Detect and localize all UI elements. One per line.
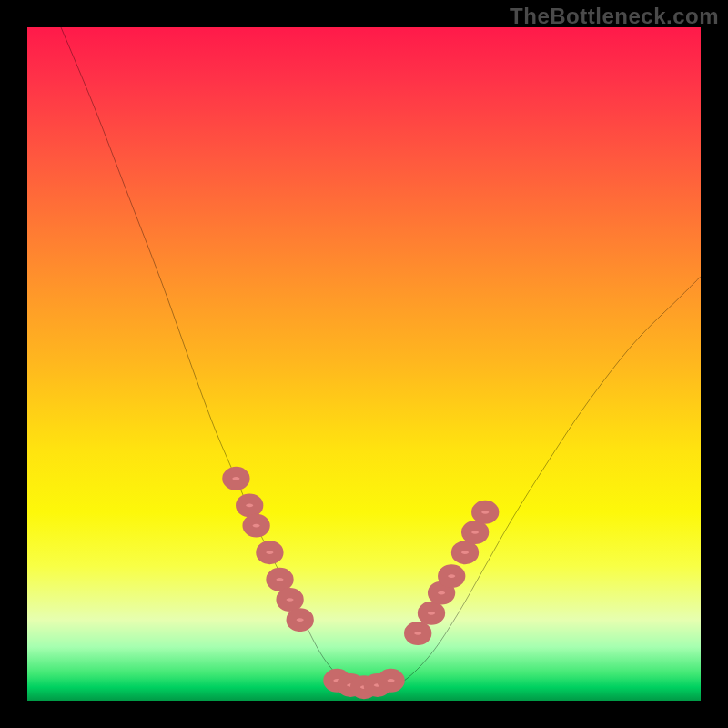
bottleneck-curve [61, 27, 701, 688]
chart-svg [27, 27, 701, 701]
data-dot [228, 471, 245, 485]
data-dot [291, 613, 308, 627]
data-dot [382, 673, 399, 687]
data-dot [443, 570, 460, 583]
data-dot [466, 526, 483, 540]
data-dot [432, 586, 450, 600]
data-dot [422, 606, 440, 620]
data-dot [271, 572, 288, 586]
data-dot [410, 627, 427, 641]
data-dot [456, 546, 473, 560]
data-dot [477, 505, 494, 519]
data-dot [248, 519, 265, 532]
data-dot [261, 546, 278, 560]
data-dots [228, 471, 494, 693]
watermark-text: TheBottleneck.com [510, 4, 719, 29]
chart-frame: TheBottleneck.com [0, 0, 728, 728]
data-dot [241, 499, 258, 512]
plot-area [27, 27, 701, 701]
data-dot [281, 593, 298, 607]
